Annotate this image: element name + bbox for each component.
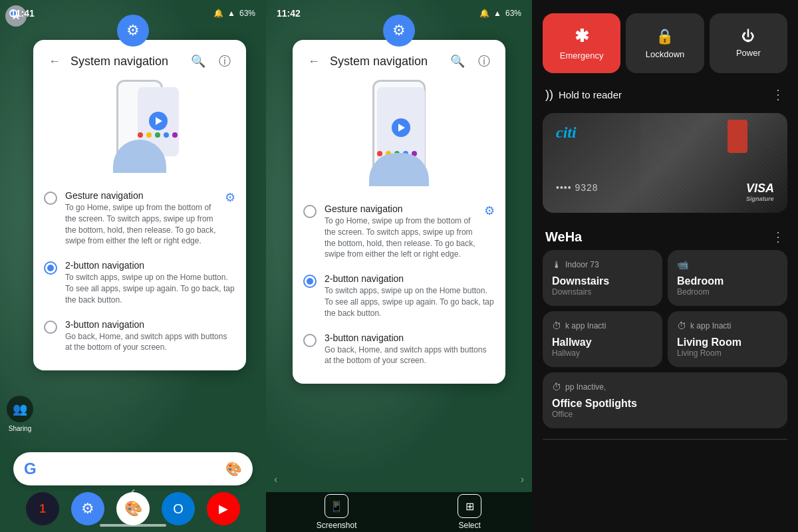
gesture-nav-option-2[interactable]: Gesture navigation To go Home, swipe up …: [303, 197, 495, 267]
three-btn-nav-option-1[interactable]: 3-button navigation Go back, Home, and s…: [44, 313, 235, 360]
back-button-1[interactable]: ←: [44, 51, 65, 72]
power-icon: ⏻: [741, 29, 755, 44]
room-tile-header-downstairs: 🌡 Indoor 73: [552, 259, 653, 270]
two-btn-nav-option-1[interactable]: 2-button navigation To switch apps, swip…: [44, 253, 235, 312]
dialog-title-2: System navigation: [330, 55, 442, 68]
visa-logo: VISA Signature: [746, 182, 774, 202]
gesture-nav-desc-2: To go Home, swipe up from the bottom of …: [325, 215, 476, 260]
right-chevron: ›: [521, 473, 524, 485]
gesture-nav-gear-1[interactable]: ⚙: [225, 190, 235, 205]
gesture-nav-radio-2[interactable]: [303, 205, 317, 218]
screenshot-label: Screenshot: [317, 521, 357, 530]
gesture-nav-content-2: Gesture navigation To go Home, swipe up …: [325, 203, 476, 260]
gesture-nav-gear-2[interactable]: ⚙: [484, 203, 495, 218]
gesture-nav-title-1: Gesture navigation: [65, 190, 217, 201]
three-btn-nav-title-1: 3-button navigation: [65, 319, 235, 330]
two-btn-nav-radio-1[interactable]: [44, 261, 57, 275]
google-search-bar[interactable]: G 🎨: [13, 452, 253, 485]
two-btn-nav-title-2: 2-button navigation: [325, 273, 495, 284]
room-name-livingroom: Living Room: [677, 336, 778, 348]
status-icons-2: 🔔 ▲ 63%: [479, 9, 521, 18]
visa-text: VISA: [746, 182, 774, 196]
back-button-2[interactable]: ←: [303, 51, 325, 72]
room-status-downstairs: Indoor 73: [565, 260, 599, 269]
credit-card[interactable]: citi •••• 9328 VISA Signature: [543, 113, 787, 213]
home-indicator-1: [100, 524, 166, 527]
status-bar-2: 11:42 🔔 ▲ 63%: [266, 0, 532, 27]
gesture-nav-option-1[interactable]: Gesture navigation To go Home, swipe up …: [44, 184, 235, 253]
room-name-bedroom: Bedroom: [677, 275, 778, 287]
dialog-header-2: ← System navigation 🔍 ⓘ: [303, 51, 495, 72]
app-icon-outlook[interactable]: O: [162, 492, 195, 525]
battery-1: 63%: [239, 9, 255, 18]
two-btn-nav-option-2[interactable]: 2-button navigation To switch apps, swip…: [303, 267, 495, 325]
sharing-label: Sharing: [9, 425, 31, 432]
nfc-menu-button[interactable]: ⋮: [771, 86, 785, 102]
nav-chevron-1[interactable]: ‹: [131, 483, 136, 499]
power-button[interactable]: ⏻ Power: [710, 13, 787, 73]
thermometer-icon: 🌡: [552, 259, 561, 270]
hold-to-reader-text: Hold to reader: [559, 89, 622, 100]
room-name-hallway: Hallway: [552, 336, 653, 348]
status-icons-1: 🔔 ▲ 63%: [213, 9, 255, 18]
gesture-nav-title-2: Gesture navigation: [325, 203, 476, 214]
three-btn-nav-title-2: 3-button navigation: [325, 332, 495, 343]
power-label: Power: [736, 48, 761, 58]
room-tile-office[interactable]: ⏱ pp Inactive, Office Spotlights Office: [543, 372, 787, 428]
room-tile-bedroom[interactable]: 📹 Bedroom Bedroom: [668, 250, 787, 306]
search-button-1[interactable]: 🔍: [188, 51, 209, 72]
three-btn-nav-desc-2: Go back, Home, and switch apps with butt…: [325, 344, 495, 367]
two-btn-nav-radio-2[interactable]: [303, 275, 317, 288]
weha-menu-button[interactable]: ⋮: [771, 229, 785, 245]
search-button-2[interactable]: 🔍: [447, 51, 468, 72]
photos-icon: 🎨: [124, 500, 142, 517]
status-time-2: 11:42: [277, 8, 301, 19]
emergency-button[interactable]: ✱ Emergency: [543, 13, 620, 73]
google-assistant-icon[interactable]: 🎨: [225, 461, 242, 477]
room-sub-hallway: Hallway: [552, 348, 653, 358]
app-icon-youtube[interactable]: ▶: [207, 492, 240, 525]
radio-selected-inner-2: [307, 278, 313, 285]
panel-middle: 11:42 🔔 ▲ 63% ⚙ ← System navigation 🔍 ⓘ: [266, 0, 532, 532]
select-button[interactable]: ⊞ Select: [458, 494, 481, 530]
three-btn-nav-radio-1[interactable]: [44, 321, 57, 334]
nav-dots-row: [138, 132, 178, 138]
status-time-1: 11:41: [11, 8, 35, 19]
two-btn-nav-content-2: 2-button navigation To switch apps, swip…: [325, 273, 495, 319]
three-btn-nav-radio-2[interactable]: [303, 334, 317, 347]
clock-icon-office: ⏱: [552, 382, 561, 392]
panel2-bottom-bar: 📱 Screenshot ⊞ Select: [266, 492, 532, 532]
two-btn-nav-desc-1: To switch apps, swipe up on the Home but…: [65, 272, 235, 305]
sharing-icon: 👥: [7, 396, 33, 422]
room-tile-header-office: ⏱ pp Inactive,: [552, 382, 778, 392]
weha-title: WeHa: [545, 229, 582, 245]
app-icon-settings[interactable]: ⚙: [71, 492, 104, 525]
camera-icon: 📹: [677, 259, 688, 270]
select-label: Select: [458, 521, 480, 530]
emergency-icon: ✱: [575, 26, 589, 47]
room-tile-downstairs[interactable]: 🌡 Indoor 73 Downstairs Downstairs: [543, 250, 662, 306]
room-tile-hallway[interactable]: ⏱ k app Inacti Hallway Hallway: [543, 311, 662, 367]
room-sub-downstairs: Downstairs: [552, 287, 653, 297]
screenshot-button[interactable]: 📱 Screenshot: [317, 494, 357, 530]
sharing-button[interactable]: 👥 Sharing: [7, 396, 33, 432]
two-btn-nav-content-1: 2-button navigation To switch apps, swip…: [65, 260, 235, 305]
lockdown-button[interactable]: 🔒 Lockdown: [626, 13, 704, 73]
panel-right: ✱ Emergency 🔒 Lockdown ⏻ Power )) Hold t…: [532, 0, 798, 532]
nfc-row: )) Hold to reader ⋮: [532, 81, 798, 108]
three-btn-nav-option-2[interactable]: 3-button navigation Go back, Home, and s…: [303, 326, 495, 374]
help-button-1[interactable]: ⓘ: [214, 51, 235, 72]
two-btn-nav-desc-2: To switch apps, swipe up on the Home but…: [325, 285, 495, 319]
bottom-divider: [543, 439, 787, 440]
help-button-2[interactable]: ⓘ: [473, 51, 495, 72]
room-tile-livingroom[interactable]: ⏱ k app Inacti Living Room Living Room: [668, 311, 787, 367]
room-name-downstairs: Downstairs: [552, 275, 653, 287]
gesture-nav-radio-1[interactable]: [44, 192, 57, 205]
visa-sub-text: Signature: [746, 196, 774, 202]
app-icon-1password[interactable]: 1: [26, 492, 59, 525]
battery-2: 63%: [505, 9, 521, 18]
rooms-grid: 🌡 Indoor 73 Downstairs Downstairs 📹 Bedr…: [532, 250, 798, 367]
room-sub-office: Office: [552, 410, 778, 419]
card-number: •••• 9328: [556, 182, 598, 193]
lockdown-icon: 🔒: [656, 28, 674, 45]
